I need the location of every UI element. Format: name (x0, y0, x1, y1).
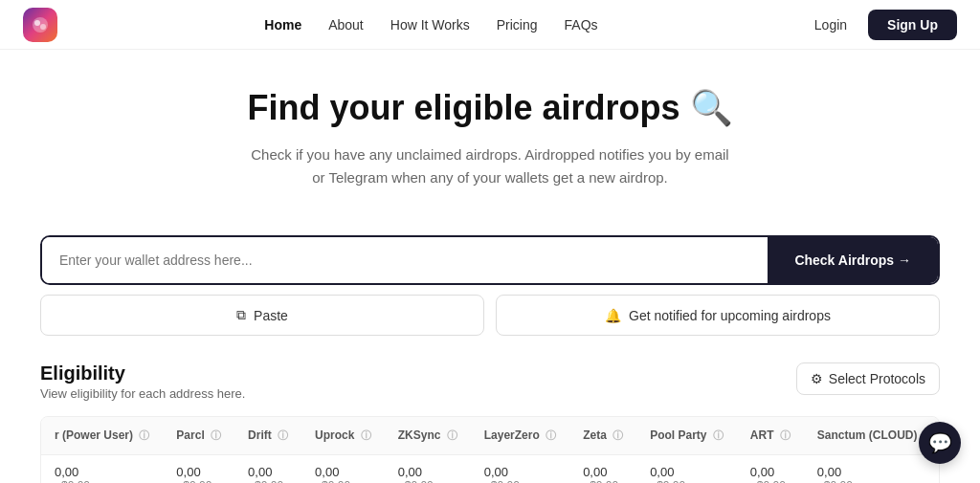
nav-link-faqs[interactable]: FAQs (565, 17, 598, 33)
eligibility-table: r (Power User) ⓘ Parcl ⓘ Drift ⓘ Uprock … (41, 417, 940, 483)
wallet-address-input[interactable] (42, 237, 768, 283)
signup-button[interactable]: Sign Up (868, 10, 957, 40)
info-icon-parcl[interactable]: ⓘ (211, 429, 221, 441)
hero-title: Find your eligible airdrops 🔍 (19, 88, 961, 128)
col-parcl: Parcl ⓘ (163, 417, 234, 455)
col-art: ART ⓘ (737, 417, 804, 455)
svg-point-2 (40, 24, 46, 30)
logo-icon (23, 8, 57, 42)
col-power-user: r (Power User) ⓘ (41, 417, 163, 455)
notify-button[interactable]: 🔔 Get notified for upcoming airdrops (496, 295, 940, 336)
navbar: Home About How It Works Pricing FAQs Log… (0, 0, 980, 50)
notify-label: Get notified for upcoming airdrops (629, 308, 831, 323)
col-uprock: Uprock ⓘ (301, 417, 385, 455)
cell-sanctum: 0,00~$0,00 (804, 455, 940, 484)
nav-link-pricing[interactable]: Pricing (497, 17, 538, 33)
chat-icon: 💬 (928, 431, 952, 454)
cell-pool-party: 0,00~$0,00 (636, 455, 737, 484)
nav-links: Home About How It Works Pricing FAQs (264, 17, 597, 33)
hero-section: Find your eligible airdrops 🔍 Check if y… (0, 50, 980, 235)
nav-link-how-it-works[interactable]: How It Works (390, 17, 470, 33)
cell-drift: 0,00~$0,00 (234, 455, 301, 484)
nav-actions: Login Sign Up (805, 10, 957, 40)
filter-icon: ⚙ (811, 371, 823, 386)
cell-uprock: 0,00~$0,00 (301, 455, 385, 484)
col-zksync: ZKSync ⓘ (385, 417, 471, 455)
clipboard-icon: ⧉ (236, 307, 246, 323)
hero-description: Check if you have any unclaimed airdrops… (251, 143, 729, 189)
cell-zksync: 0,00~$0,00 (385, 455, 471, 484)
eligibility-subtitle: View eligibility for each address here. (40, 386, 245, 401)
info-icon-art[interactable]: ⓘ (780, 429, 791, 441)
svg-point-1 (34, 20, 40, 26)
select-protocols-button[interactable]: ⚙ Select Protocols (796, 362, 940, 395)
paste-button[interactable]: ⧉ Paste (40, 295, 484, 336)
search-bar: Check Airdrops → (40, 235, 940, 285)
login-button[interactable]: Login (805, 11, 857, 38)
info-icon-drift[interactable]: ⓘ (278, 429, 288, 441)
search-section: Check Airdrops → ⧉ Paste 🔔 Get notified … (21, 235, 959, 336)
svg-point-0 (33, 17, 48, 33)
select-protocols-label: Select Protocols (829, 371, 925, 386)
cell-power-user: 0,00~$0,00 (41, 455, 163, 484)
bell-icon: 🔔 (605, 308, 621, 323)
eligibility-header: Eligibility View eligibility for each ad… (40, 362, 940, 401)
col-zeta: Zeta ⓘ (569, 417, 636, 455)
table-row: 0,00~$0,00 0,00~$0,00 0,00~$0,00 0,00~$0… (41, 455, 940, 484)
logo[interactable] (23, 8, 57, 42)
info-icon-zksync[interactable]: ⓘ (447, 429, 457, 441)
info-icon-power-user[interactable]: ⓘ (139, 429, 149, 441)
eligibility-title: Eligibility (40, 362, 245, 384)
col-pool-party: Pool Party ⓘ (636, 417, 737, 455)
col-layerzero: LayerZero ⓘ (471, 417, 569, 455)
chat-button[interactable]: 💬 (919, 422, 961, 464)
col-drift: Drift ⓘ (234, 417, 301, 455)
action-buttons-row: ⧉ Paste 🔔 Get notified for upcoming aird… (40, 295, 940, 336)
eligibility-section: Eligibility View eligibility for each ad… (21, 362, 959, 483)
eligibility-table-wrapper: r (Power User) ⓘ Parcl ⓘ Drift ⓘ Uprock … (40, 416, 940, 483)
paste-label: Paste (254, 308, 288, 323)
cell-parcl: 0,00~$0,00 (163, 455, 234, 484)
cell-art: 0,00~$0,00 (737, 455, 804, 484)
eligibility-title-block: Eligibility View eligibility for each ad… (40, 362, 245, 401)
info-icon-uprock[interactable]: ⓘ (361, 429, 371, 441)
table-header-row: r (Power User) ⓘ Parcl ⓘ Drift ⓘ Uprock … (41, 417, 940, 455)
info-icon-pool-party[interactable]: ⓘ (713, 429, 724, 441)
nav-link-home[interactable]: Home (264, 17, 301, 33)
check-airdrops-button[interactable]: Check Airdrops → (768, 237, 938, 283)
cell-layerzero: 0,00~$0,00 (471, 455, 569, 484)
cell-zeta: 0,00~$0,00 (569, 455, 636, 484)
info-icon-layerzero[interactable]: ⓘ (546, 429, 556, 441)
info-icon-zeta[interactable]: ⓘ (612, 429, 623, 441)
nav-link-about[interactable]: About (328, 17, 364, 33)
